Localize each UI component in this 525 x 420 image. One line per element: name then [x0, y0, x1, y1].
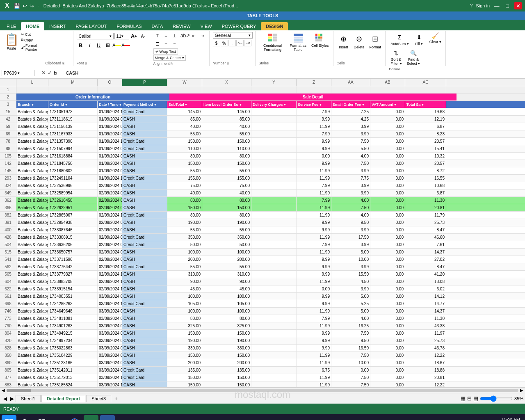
cell[interactable] [251, 337, 297, 344]
cell[interactable]: Batates & Zalabya, Po [16, 145, 48, 152]
cell[interactable]: 150.00 [202, 330, 251, 337]
fill-color-btn[interactable]: A [113, 41, 121, 49]
cell[interactable]: 80.00 [167, 197, 202, 204]
col-small-order[interactable]: Small Order Fee ▾ [331, 101, 370, 108]
cell[interactable] [251, 138, 297, 145]
cell[interactable]: 150.00 [167, 330, 202, 337]
tab-sheet1[interactable]: Sheet1 [16, 395, 41, 402]
cell[interactable]: 9.99 [297, 337, 331, 344]
cell[interactable]: 10.68 [405, 182, 446, 189]
close-btn[interactable]: ✕ [514, 2, 522, 9]
cell[interactable]: CASH [122, 204, 167, 211]
increase-decimal-btn[interactable]: .0→ [236, 40, 244, 46]
cell[interactable]: Batates & Zalabya, Po [16, 123, 48, 130]
cell[interactable]: 325.00 [202, 322, 251, 329]
cell[interactable]: 55.00 [202, 226, 251, 233]
col-header-W[interactable]: W [167, 79, 202, 86]
tab-file[interactable]: FILE [2, 22, 21, 30]
cell[interactable] [370, 86, 405, 93]
cell[interactable]: 3.99 [331, 167, 370, 174]
cell[interactable]: 80.00 [202, 197, 251, 204]
format-cells-btn[interactable]: ⊟ Format [368, 32, 383, 50]
cell[interactable] [251, 167, 297, 174]
cell[interactable]: 3.99 [331, 182, 370, 189]
cell[interactable] [251, 160, 297, 167]
cell[interactable]: 4.25 [331, 116, 370, 123]
cell[interactable] [251, 308, 297, 315]
cell[interactable] [251, 367, 297, 374]
cell[interactable] [251, 330, 297, 337]
scroll-tabs-left[interactable]: ◀ [2, 396, 9, 402]
cell[interactable]: 1732491104 [48, 175, 98, 182]
chrome-btn[interactable] [67, 415, 82, 420]
cell[interactable]: 11.30 [405, 315, 446, 322]
col-order-id[interactable]: Order Id ▾ [48, 101, 98, 108]
cell[interactable]: Batates & Zalabya, Po [16, 197, 48, 204]
cell[interactable]: 9.99 [297, 263, 331, 270]
cell[interactable]: 11.99 [297, 123, 331, 130]
cell[interactable]: 0.00 [370, 197, 405, 204]
cell[interactable] [202, 86, 251, 93]
tab-page-layout[interactable]: PAGE LAYOUT [71, 22, 112, 30]
cell[interactable]: 5.50 [331, 145, 370, 152]
cell[interactable]: 20.81 [405, 204, 446, 211]
cell[interactable]: CASH [122, 293, 167, 300]
cell[interactable]: 7.50 [331, 138, 370, 145]
cell[interactable]: 11.30 [405, 197, 446, 204]
cell[interactable]: 27.02 [405, 256, 446, 263]
cell[interactable]: Batates & Zalabya, Po [16, 153, 48, 160]
col-header-Z[interactable]: Z [297, 79, 331, 86]
cell[interactable]: 11.99 [297, 374, 331, 381]
cell[interactable]: Batates & Zalabya, Po [16, 263, 48, 270]
cell[interactable] [251, 249, 297, 256]
cell[interactable]: 13.08 [405, 278, 446, 285]
cell[interactable] [251, 108, 297, 115]
cell[interactable] [98, 86, 122, 93]
cell[interactable] [251, 234, 297, 241]
cell[interactable]: CASH [122, 330, 167, 337]
cell[interactable]: 0.00 [370, 108, 405, 115]
currency-btn[interactable]: $ [213, 40, 220, 46]
cell[interactable]: Batates & Zalabya, Po [16, 381, 48, 387]
col-header-O[interactable]: O [98, 79, 122, 86]
cell[interactable]: 190.00 [202, 219, 251, 226]
formula-input[interactable] [64, 70, 523, 76]
cell[interactable] [251, 145, 297, 152]
tab-view[interactable]: VIEW [196, 22, 217, 30]
cell[interactable]: 150.00 [202, 138, 251, 145]
align-left-btn[interactable]: ☰ [153, 40, 162, 48]
cell[interactable] [251, 212, 297, 219]
format-painter-button[interactable]: 🖌 Format Painter [20, 43, 39, 52]
delete-cells-btn[interactable]: ⊖ Delete [352, 32, 366, 50]
cell[interactable]: 0.00 [370, 145, 405, 152]
cell[interactable] [251, 271, 297, 278]
cell[interactable]: 11.99 [297, 359, 331, 366]
cell[interactable]: 02/09/2024 10:11 PM [98, 263, 122, 270]
merge-center-btn[interactable]: Merge & Center ▾ [153, 55, 186, 61]
cell[interactable]: 1735123166 [48, 359, 98, 366]
cell[interactable]: 0.00 [370, 337, 405, 344]
cell[interactable]: 1734285263 [48, 300, 98, 307]
cell[interactable]: 55.00 [167, 263, 202, 270]
cell[interactable]: 150.00 [202, 352, 251, 359]
cell[interactable]: 0.00 [370, 359, 405, 366]
cell[interactable]: 5.25 [331, 300, 370, 307]
font-size-input[interactable]: 11 ▾ [114, 33, 129, 39]
cell[interactable]: 9.99 [297, 256, 331, 263]
cell[interactable]: Batates & Zalabya, Po [16, 374, 48, 381]
cell[interactable]: 3.99 [331, 226, 370, 233]
cell[interactable]: Batates & Zalabya, Po [16, 204, 48, 211]
cell[interactable]: CASH [122, 167, 167, 174]
cell[interactable]: 7.50 [331, 374, 370, 381]
cell[interactable]: Batates & Zalabya, Po [16, 330, 48, 337]
cell[interactable]: CASH [122, 153, 167, 160]
align-center-btn[interactable]: ≡ [162, 40, 170, 48]
cell[interactable] [251, 263, 297, 270]
cell[interactable]: 02/09/2024 12:09 AM [98, 285, 122, 292]
cell[interactable]: 80.00 [167, 153, 202, 160]
cell[interactable]: 5.00 [331, 249, 370, 256]
col-vat[interactable]: VAT Amount ▾ [370, 101, 405, 108]
cell[interactable]: Credit Card [122, 374, 167, 381]
cell[interactable]: 0.00 [370, 167, 405, 174]
cell[interactable]: 01/09/2024 03:56 AM [98, 130, 122, 137]
